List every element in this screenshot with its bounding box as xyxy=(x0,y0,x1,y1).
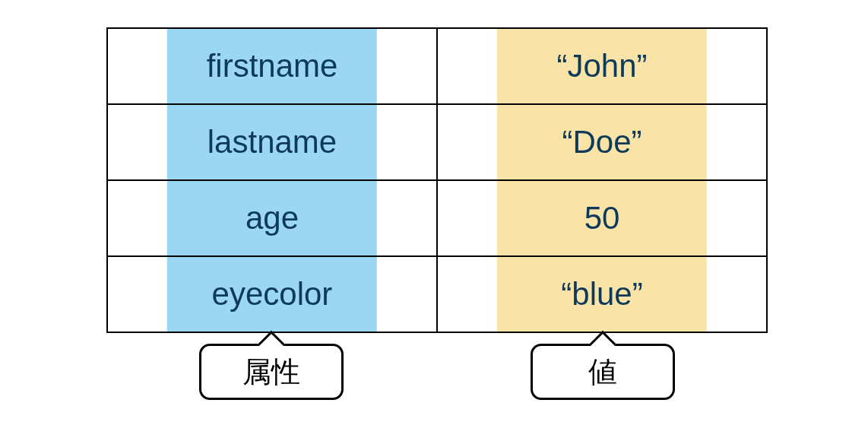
attribute-cell: age xyxy=(107,180,437,256)
value-cell: “Doe” xyxy=(437,104,767,180)
attribute-text: firstname xyxy=(207,48,338,84)
value-cell: “John” xyxy=(437,28,767,104)
attribute-text: eyecolor xyxy=(212,276,333,313)
value-label: 値 xyxy=(588,353,617,392)
diagram-container: firstname “John” lastname xyxy=(106,27,768,417)
attribute-value-table: firstname “John” lastname xyxy=(106,27,768,333)
value-cell: 50 xyxy=(437,180,767,256)
attribute-text: age xyxy=(246,200,299,236)
table-row: eyecolor “blue” xyxy=(107,256,767,332)
value-label-callout: 値 xyxy=(531,344,675,400)
callout-row: 属性 値 xyxy=(106,333,768,417)
value-text: “blue” xyxy=(561,276,642,313)
attribute-label: 属性 xyxy=(242,353,300,392)
table-row: age 50 xyxy=(107,180,767,256)
table-row: lastname “Doe” xyxy=(107,104,767,180)
attribute-cell: firstname xyxy=(107,28,437,104)
attribute-cell: lastname xyxy=(107,104,437,180)
value-text: “John” xyxy=(556,48,647,84)
value-text: 50 xyxy=(584,200,620,236)
value-text: “Doe” xyxy=(562,124,641,160)
attribute-label-callout: 属性 xyxy=(199,344,344,400)
value-cell: “blue” xyxy=(437,256,767,332)
attribute-cell: eyecolor xyxy=(107,256,437,332)
attribute-text: lastname xyxy=(207,124,337,160)
table-row: firstname “John” xyxy=(107,28,767,104)
